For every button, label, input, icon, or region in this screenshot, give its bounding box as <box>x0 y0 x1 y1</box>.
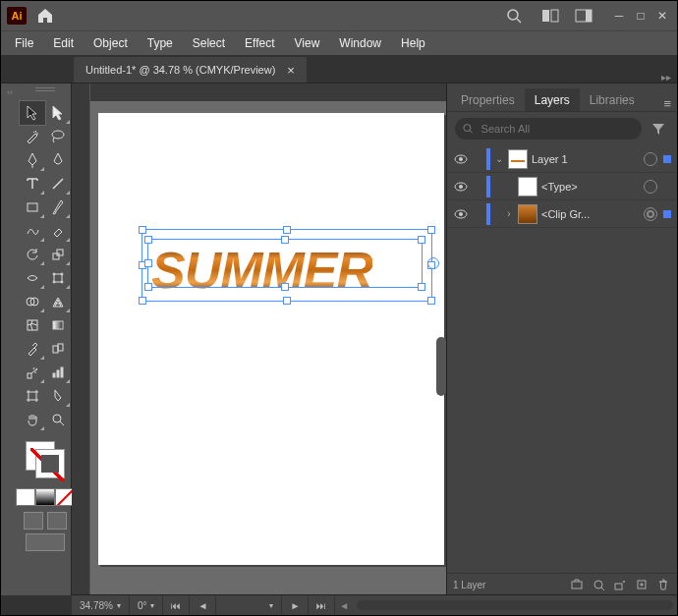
menu-file[interactable]: File <box>5 34 43 52</box>
type-tool[interactable] <box>20 172 45 196</box>
color-mode-button[interactable] <box>16 488 35 506</box>
menu-type[interactable]: Type <box>138 34 183 52</box>
scale-tool[interactable] <box>45 243 71 266</box>
hscroll-left[interactable]: ◄ <box>335 600 353 611</box>
direct-selection-tool[interactable] <box>45 101 71 125</box>
zoom-tool[interactable] <box>45 408 71 431</box>
maximize-button[interactable]: □ <box>632 9 650 23</box>
line-segment-tool[interactable] <box>45 172 71 196</box>
slice-tool[interactable] <box>45 384 71 408</box>
menu-object[interactable]: Object <box>84 34 138 52</box>
fill-stroke-control[interactable] <box>24 439 67 478</box>
magic-wand-tool[interactable] <box>20 125 45 148</box>
panel-flyout-icon[interactable]: ▸▸ <box>661 72 671 83</box>
tab-layers[interactable]: Layers <box>525 88 580 111</box>
menu-window[interactable]: Window <box>329 34 391 52</box>
mesh-tool[interactable] <box>20 313 45 337</box>
close-tab-icon[interactable]: × <box>287 63 295 78</box>
rotate-view[interactable]: 0°▾ <box>130 595 164 615</box>
tab-properties[interactable]: Properties <box>451 88 525 111</box>
menu-view[interactable]: View <box>285 34 330 52</box>
menu-select[interactable]: Select <box>183 34 235 52</box>
draw-normal-button[interactable] <box>24 512 43 530</box>
layer-name[interactable]: Layer 1 <box>532 153 640 165</box>
visibility-toggle[interactable] <box>453 209 469 219</box>
width-tool[interactable] <box>20 266 45 290</box>
collapsed-panel-strip[interactable]: ‹‹ <box>1 84 19 595</box>
blend-tool[interactable] <box>45 337 71 361</box>
artboard-nav-prev[interactable]: ◄ <box>190 595 216 615</box>
expand-caret[interactable]: ⌄ <box>494 153 504 164</box>
layer-name[interactable]: <Clip Gr... <box>541 208 640 220</box>
shaper-tool[interactable] <box>20 219 45 243</box>
layers-search-field[interactable] <box>480 122 634 136</box>
menu-effect[interactable]: Effect <box>235 34 284 52</box>
canvas[interactable]: SUMMER <box>90 101 446 595</box>
new-layer-icon[interactable] <box>634 577 650 592</box>
expand-caret[interactable]: › <box>504 208 514 219</box>
artboard-nav-last[interactable]: ⏭ <box>309 595 335 615</box>
layer-row-clipgroup[interactable]: › <Clip Gr... <box>447 200 677 228</box>
eraser-tool[interactable] <box>45 219 71 243</box>
horizontal-scrollbar[interactable] <box>357 600 673 610</box>
layers-search-input[interactable] <box>455 118 642 140</box>
draw-behind-button[interactable] <box>47 512 67 530</box>
stroke-swatch[interactable] <box>35 449 65 478</box>
pen-tool[interactable] <box>20 148 45 172</box>
menu-help[interactable]: Help <box>391 34 435 52</box>
paintbrush-tool[interactable] <box>45 196 71 219</box>
gradient-mode-button[interactable] <box>35 488 55 506</box>
vertical-scrollbar[interactable] <box>436 337 446 396</box>
document-tab[interactable]: Untitled-1* @ 34.78 % (CMYK/Preview) × <box>74 57 307 83</box>
visibility-toggle[interactable] <box>453 182 469 192</box>
tools-grip[interactable] <box>26 87 65 97</box>
gradient-tool[interactable] <box>45 313 71 337</box>
curvature-tool[interactable] <box>45 148 71 172</box>
target-icon[interactable] <box>644 152 657 166</box>
target-icon[interactable] <box>644 180 657 194</box>
target-icon[interactable] <box>644 207 657 221</box>
make-clipping-mask-icon[interactable] <box>591 577 606 592</box>
ruler-horizontal[interactable] <box>90 84 446 102</box>
close-window-button[interactable]: ✕ <box>653 9 671 23</box>
hand-tool[interactable] <box>20 408 45 431</box>
artboard-tool[interactable] <box>20 384 45 408</box>
panel-menu-icon[interactable]: ≡ <box>663 96 671 111</box>
workspace-switcher-icon[interactable] <box>575 9 593 23</box>
perspective-grid-tool[interactable] <box>45 290 71 313</box>
selection-tool[interactable] <box>20 101 45 125</box>
eyedropper-tool[interactable] <box>20 337 45 361</box>
artboard[interactable]: SUMMER <box>98 113 444 565</box>
selection-indicator[interactable] <box>663 155 671 163</box>
artboard-nav-field[interactable]: ▾ <box>216 595 282 615</box>
layer-row-layer1[interactable]: ⌄ Layer 1 <box>447 145 677 173</box>
layer-row-type[interactable]: <Type> <box>447 173 677 200</box>
shape-builder-tool[interactable] <box>20 290 45 313</box>
text-out-port-icon[interactable] <box>427 257 439 269</box>
arrange-documents-icon[interactable] <box>541 9 559 23</box>
layer-name[interactable]: <Type> <box>541 181 640 193</box>
home-icon[interactable] <box>36 8 54 24</box>
minimize-button[interactable]: ─ <box>610 9 628 23</box>
rotate-tool[interactable] <box>20 243 45 266</box>
locate-object-icon[interactable] <box>569 577 585 592</box>
free-transform-tool[interactable] <box>45 266 71 290</box>
menu-edit[interactable]: Edit <box>43 34 84 52</box>
tab-libraries[interactable]: Libraries <box>580 88 645 111</box>
create-sublayer-icon[interactable] <box>612 577 628 592</box>
selection-indicator[interactable] <box>663 210 671 218</box>
zoom-level[interactable]: 34.78%▾ <box>72 595 130 615</box>
artboard-nav-first[interactable]: ⏮ <box>163 595 190 615</box>
search-icon[interactable] <box>506 8 522 24</box>
delete-layer-icon[interactable] <box>655 577 671 592</box>
symbol-sprayer-tool[interactable] <box>20 361 45 384</box>
filter-layers-icon[interactable] <box>648 118 669 140</box>
lasso-tool[interactable] <box>45 125 71 148</box>
rectangle-tool[interactable] <box>20 196 45 219</box>
column-graph-tool[interactable] <box>45 361 71 384</box>
bounding-box-inner[interactable] <box>147 239 423 288</box>
screen-mode-button[interactable] <box>26 533 65 551</box>
artboard-nav-next[interactable]: ► <box>282 595 309 615</box>
visibility-toggle[interactable] <box>453 154 469 164</box>
ruler-vertical[interactable] <box>72 84 90 595</box>
